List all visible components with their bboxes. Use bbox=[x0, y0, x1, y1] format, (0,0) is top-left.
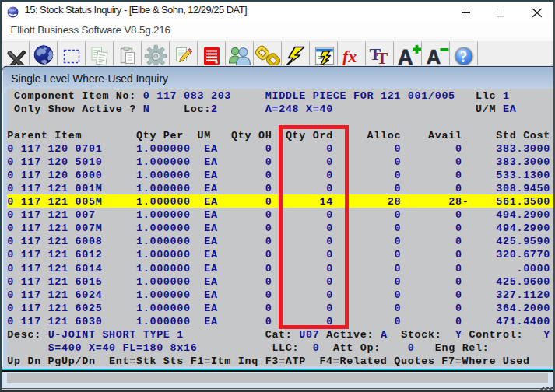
svg-text:fx: fx bbox=[342, 47, 357, 66]
svg-text:A: A bbox=[427, 46, 441, 68]
svg-text:T: T bbox=[377, 47, 388, 67]
svg-text:?: ? bbox=[460, 47, 468, 65]
